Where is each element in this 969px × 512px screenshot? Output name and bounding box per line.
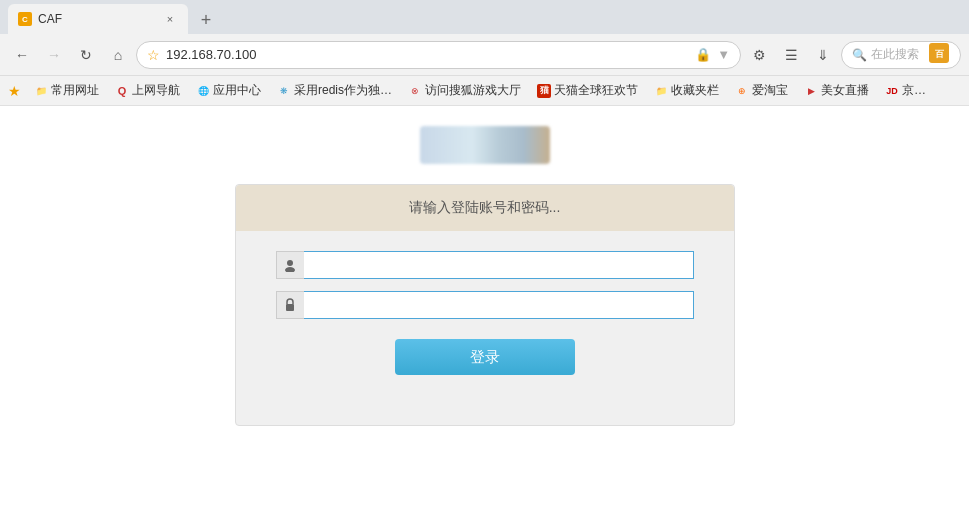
tab-favicon: C bbox=[18, 12, 32, 26]
bookmark-label: 美女直播 bbox=[821, 82, 869, 99]
search-avatar-icon: 百 bbox=[929, 43, 949, 67]
svg-rect-4 bbox=[286, 304, 294, 311]
logo-image bbox=[420, 126, 550, 164]
svg-text:百: 百 bbox=[935, 49, 945, 59]
address-url: 192.168.70.100 bbox=[166, 47, 689, 62]
bookmark-label: 访问搜狐游戏大厅 bbox=[425, 82, 521, 99]
login-header: 请输入登陆账号和密码... bbox=[236, 185, 734, 231]
bookmark-item-tmall[interactable]: 猫 天猫全球狂欢节 bbox=[530, 80, 645, 101]
bookmark-item-aitaobao[interactable]: ⊕ 爱淘宝 bbox=[728, 80, 795, 101]
bookmark-label: 爱淘宝 bbox=[752, 82, 788, 99]
bookmark-item-sohu-games[interactable]: ⊗ 访问搜狐游戏大厅 bbox=[401, 80, 528, 101]
browser-menu-icon[interactable]: ⚙ bbox=[745, 41, 773, 69]
bookmark-label: 采用redis作为独… bbox=[294, 82, 392, 99]
password-input-wrapper bbox=[276, 291, 694, 319]
address-box[interactable]: ☆ 192.168.70.100 🔒 ▼ bbox=[136, 41, 741, 69]
address-bar-row: ← → ↻ ⌂ ☆ 192.168.70.100 🔒 ▼ ⚙ ☰ ⇓ 🔍 在此搜… bbox=[0, 34, 969, 76]
home-button[interactable]: ⌂ bbox=[104, 41, 132, 69]
search-icon: 🔍 bbox=[852, 48, 867, 62]
address-security-icon: 🔒 bbox=[695, 47, 711, 62]
bookmark-item-jd[interactable]: JD 京… bbox=[878, 80, 933, 101]
address-menu-icon[interactable]: ▼ bbox=[717, 47, 730, 62]
logo-area bbox=[420, 126, 550, 164]
download-icon[interactable]: ⇓ bbox=[809, 41, 837, 69]
bookmark-q-icon: Q bbox=[115, 84, 129, 98]
search-box[interactable]: 🔍 在此搜索 百 bbox=[841, 41, 961, 69]
bookmarks-bar: ★ 📁 常用网址 Q 上网导航 🌐 应用中心 ❋ 采用redis作为独… ⊗ 访… bbox=[0, 76, 969, 106]
settings-icon[interactable]: ☰ bbox=[777, 41, 805, 69]
svg-point-2 bbox=[287, 260, 293, 266]
favorite-star-icon: ☆ bbox=[147, 47, 160, 63]
bookmark-item-redis[interactable]: ❋ 采用redis作为独… bbox=[270, 80, 399, 101]
bookmark-item-favorites[interactable]: 📁 收藏夹栏 bbox=[647, 80, 726, 101]
password-row bbox=[276, 291, 694, 319]
bookmark-label: 上网导航 bbox=[132, 82, 180, 99]
page-content: 请输入登陆账号和密码... bbox=[0, 106, 969, 512]
bookmark-item-changuyongwangzhi[interactable]: 📁 常用网址 bbox=[27, 80, 106, 101]
bookmark-live-icon: ▶ bbox=[804, 84, 818, 98]
username-row bbox=[276, 251, 694, 279]
bookmark-sohu-icon: ⊗ bbox=[408, 84, 422, 98]
lock-icon bbox=[276, 291, 304, 319]
password-input[interactable] bbox=[304, 291, 694, 319]
back-button[interactable]: ← bbox=[8, 41, 36, 69]
bookmark-label: 京… bbox=[902, 82, 926, 99]
bookmark-label: 天猫全球狂欢节 bbox=[554, 82, 638, 99]
login-card: 请输入登陆账号和密码... bbox=[235, 184, 735, 426]
bookmarks-star-icon: ★ bbox=[8, 83, 21, 99]
bookmark-label: 应用中心 bbox=[213, 82, 261, 99]
refresh-button[interactable]: ↻ bbox=[72, 41, 100, 69]
tab-bar: C CAF × + bbox=[0, 0, 969, 34]
bookmark-item-shangwangdaohang[interactable]: Q 上网导航 bbox=[108, 80, 187, 101]
bookmark-item-yingyongzhongxin[interactable]: 🌐 应用中心 bbox=[189, 80, 268, 101]
login-prompt-text: 请输入登陆账号和密码... bbox=[409, 199, 561, 215]
search-placeholder: 在此搜索 bbox=[871, 46, 919, 63]
forward-button[interactable]: → bbox=[40, 41, 68, 69]
login-button[interactable]: 登录 bbox=[395, 339, 575, 375]
bookmark-label: 常用网址 bbox=[51, 82, 99, 99]
username-input-wrapper bbox=[276, 251, 694, 279]
username-input[interactable] bbox=[304, 251, 694, 279]
login-body: 登录 bbox=[236, 231, 734, 395]
tab-close-button[interactable]: × bbox=[162, 11, 178, 27]
new-tab-button[interactable]: + bbox=[192, 6, 220, 34]
bookmark-globe-icon: 🌐 bbox=[196, 84, 210, 98]
bookmark-item-live[interactable]: ▶ 美女直播 bbox=[797, 80, 876, 101]
login-btn-row: 登录 bbox=[276, 339, 694, 375]
bookmark-label: 收藏夹栏 bbox=[671, 82, 719, 99]
tab-title: CAF bbox=[38, 12, 156, 26]
bookmark-folder2-icon: 📁 bbox=[654, 84, 668, 98]
active-tab[interactable]: C CAF × bbox=[8, 4, 188, 34]
bookmark-jd-icon: JD bbox=[885, 84, 899, 98]
bookmark-tmall-icon: 猫 bbox=[537, 84, 551, 98]
user-icon bbox=[276, 251, 304, 279]
svg-point-3 bbox=[285, 267, 295, 272]
bookmark-redis-icon: ❋ bbox=[277, 84, 291, 98]
bookmark-taobao-icon: ⊕ bbox=[735, 84, 749, 98]
bookmark-folder-icon: 📁 bbox=[34, 84, 48, 98]
